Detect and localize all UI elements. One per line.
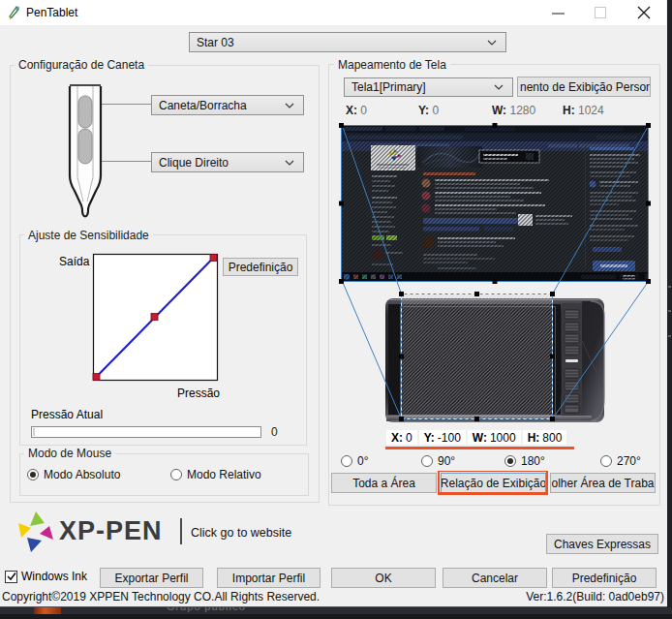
brand-divider xyxy=(180,518,182,544)
mouse-mode-group-label: Modo de Mouse xyxy=(24,447,115,460)
rotation-270-label: 270° xyxy=(617,454,641,468)
current-pressure-label: Pressão Atual xyxy=(31,408,103,421)
pressure-progressbar xyxy=(31,426,261,438)
radio-circle xyxy=(27,469,39,480)
radio-relative-mode[interactable]: Modo Relativo xyxy=(170,468,261,481)
choose-work-area-button[interactable]: olher Área de Traba xyxy=(550,473,656,493)
export-profile-button[interactable]: Exportar Perfil xyxy=(100,568,203,588)
default-preset-button[interactable]: Predefinição xyxy=(552,568,657,588)
monitor-select-value: Tela1[Primary] xyxy=(351,80,426,94)
curve-y-axis-label: Saída xyxy=(59,255,89,268)
background-window-mark xyxy=(668,286,671,288)
background-window-right xyxy=(667,0,672,607)
express-keys-button[interactable]: Chaves Expressas xyxy=(546,534,658,554)
sensitivity-group-label: Ajuste de Sensibilidade xyxy=(24,229,153,242)
monitor-select[interactable]: Tela1[Primary] xyxy=(344,77,513,97)
background-window-mark xyxy=(668,335,671,337)
chevron-down-icon xyxy=(494,84,504,90)
tablet-w-info: W:1000 xyxy=(468,430,521,445)
radio-circle xyxy=(504,455,516,467)
windows-ink-label: Windows Ink xyxy=(21,570,87,583)
cancel-button[interactable]: Cancelar xyxy=(443,568,547,588)
radio-rotation-270[interactable]: 270° xyxy=(600,454,641,468)
pressure-progress-indicator xyxy=(33,428,35,436)
chevron-down-icon xyxy=(487,40,497,46)
windows-ink-checkbox[interactable]: Windows Ink xyxy=(5,570,87,583)
radio-relative-label: Modo Relativo xyxy=(187,468,261,481)
mapping-preview-graphic xyxy=(329,121,666,426)
annotation-underline xyxy=(385,447,574,449)
tablet-x-info: X:0 xyxy=(386,430,417,445)
checkbox-box xyxy=(5,571,17,583)
check-icon xyxy=(7,572,16,581)
pen-button-bottom-value: Clique Direito xyxy=(159,156,229,170)
pen-button-bottom-select[interactable]: Clique Direito xyxy=(151,152,304,172)
radio-circle xyxy=(600,455,612,467)
titlebar: PenTablet xyxy=(0,0,666,25)
background-window-mark xyxy=(668,310,671,312)
minimize-icon xyxy=(552,7,565,19)
chevron-down-icon xyxy=(285,103,294,108)
pressure-value: 0 xyxy=(271,425,278,439)
close-button[interactable] xyxy=(629,0,658,25)
background-window-lower xyxy=(0,614,672,619)
annotation-frame xyxy=(438,471,548,495)
radio-circle xyxy=(421,455,433,467)
custom-display-mapping-button[interactable]: nento de Exibição Person xyxy=(517,77,651,97)
rotation-180-label: 180° xyxy=(521,454,545,468)
chevron-down-icon xyxy=(285,160,294,166)
pen-illustration xyxy=(58,83,165,221)
screen-w-info: W: 1280 xyxy=(492,104,535,117)
radio-rotation-0[interactable]: 0° xyxy=(341,454,368,468)
tablet-mapped-area-hatch xyxy=(401,294,553,419)
close-icon xyxy=(637,6,651,19)
version-text: Ver:1.6.2(Build: 0ad0eb97) xyxy=(526,590,664,604)
maximize-button[interactable] xyxy=(586,0,615,25)
radio-circle xyxy=(170,469,182,480)
radio-absolute-mode[interactable]: Modo Absoluto xyxy=(27,468,120,481)
pen-button-top-select[interactable]: Caneta/Borracha xyxy=(151,95,304,115)
pressure-curve[interactable] xyxy=(91,252,221,384)
tablet-y-info: Y:-100 xyxy=(419,430,466,445)
full-area-button[interactable]: Toda a Área xyxy=(331,473,437,493)
minimize-button[interactable] xyxy=(543,0,572,25)
radio-rotation-180[interactable]: 180° xyxy=(504,454,545,468)
tablet-h-info: H:800 xyxy=(523,430,567,445)
xp-pen-logo xyxy=(16,511,57,555)
curve-x-axis-label: Pressão xyxy=(177,387,220,400)
screen-mapped-area-hatch xyxy=(341,125,649,282)
copyright-text: Copyright©2019 XPPEN Technology CO.All R… xyxy=(2,590,320,604)
xp-pen-wordmark: XP-PEN xyxy=(59,516,163,546)
website-hint[interactable]: Click go to website xyxy=(191,526,291,540)
screen-x-info: X: 0 xyxy=(346,104,367,117)
screen-mapping-group-label: Mapeamento de Tela xyxy=(334,58,450,72)
profile-select-value: Star 03 xyxy=(197,36,234,49)
maximize-icon xyxy=(595,7,606,18)
pen-button-top-value: Caneta/Borracha xyxy=(159,99,247,112)
pentablet-window: PenTablet Star 03 Configuração de Caneta xyxy=(0,0,667,607)
screen-y-info: Y: 0 xyxy=(418,104,439,117)
background-window-text: Grupo público xyxy=(167,607,246,612)
app-icon xyxy=(6,5,21,20)
radio-circle xyxy=(341,455,352,467)
ok-button[interactable]: OK xyxy=(331,568,436,588)
sensitivity-preset-button[interactable]: Predefinição xyxy=(223,258,298,276)
radio-absolute-label: Modo Absoluto xyxy=(44,468,120,481)
tablet-area-info: X:0 Y:-100 W:1000 H:800 xyxy=(386,430,568,445)
profile-select[interactable]: Star 03 xyxy=(189,32,506,52)
rotation-0-label: 0° xyxy=(357,454,368,468)
import-profile-button[interactable]: Importar Perfil xyxy=(217,568,321,588)
radio-rotation-90[interactable]: 90° xyxy=(421,454,455,468)
pen-config-group-label: Configuração de Caneta xyxy=(15,58,148,72)
rotation-90-label: 90° xyxy=(438,454,455,468)
screen-h-info: H: 1024 xyxy=(563,104,604,117)
background-window-bottom: Grupo público xyxy=(0,607,672,619)
window-title: PenTablet xyxy=(26,6,77,19)
